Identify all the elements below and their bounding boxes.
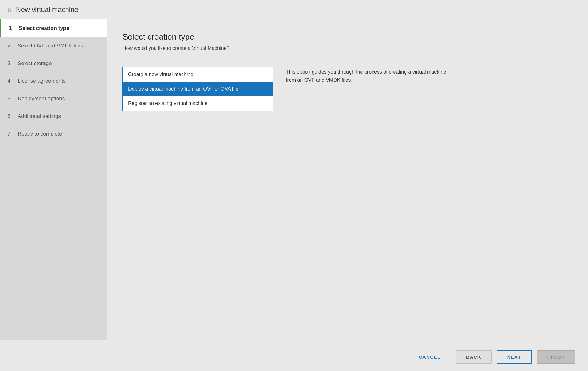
back-button[interactable]: BACK: [456, 350, 492, 364]
section-subtitle: How would you like to create a Virtual M…: [122, 46, 572, 51]
sidebar-item-number-4: 4: [8, 78, 14, 84]
sidebar: 1Select creation type2Select OVF and VMD…: [0, 19, 107, 340]
option-description: This option guides you through the proce…: [286, 67, 449, 84]
option-item-2[interactable]: Deploy a virtual machine from an OVF or …: [123, 82, 273, 96]
sidebar-item-number-5: 5: [8, 96, 14, 102]
sidebar-item-7[interactable]: 7Ready to complete: [0, 125, 107, 143]
options-list: Create a new virtual machineDeploy a vir…: [122, 67, 273, 111]
option-item-1[interactable]: Create a new virtual machine: [123, 67, 273, 82]
section-title: Select creation type: [122, 32, 572, 42]
sidebar-item-label-4: License agreements: [18, 78, 66, 84]
sidebar-item-number-2: 2: [8, 43, 14, 49]
sidebar-item-number-3: 3: [8, 60, 14, 67]
cancel-button[interactable]: CANCEL: [409, 351, 451, 363]
wizard-container: 1Select creation type2Select OVF and VMD…: [0, 19, 588, 340]
sidebar-item-label-3: Select storage: [18, 60, 52, 67]
window-icon: ⊞: [8, 6, 13, 14]
sidebar-item-label-2: Select OVF and VMDK files: [18, 43, 83, 49]
sidebar-item-number-6: 6: [8, 113, 14, 119]
sidebar-item-label-6: Additional settings: [18, 113, 61, 119]
sidebar-item-1[interactable]: 1Select creation type: [0, 19, 107, 37]
sidebar-item-label-7: Ready to complete: [18, 131, 62, 137]
sidebar-item-number-7: 7: [8, 131, 14, 137]
divider: [122, 58, 572, 58]
sidebar-item-4[interactable]: 4License agreements: [0, 72, 107, 90]
sidebar-item-5[interactable]: 5Deployment options: [0, 90, 107, 108]
sidebar-item-3[interactable]: 3Select storage: [0, 55, 107, 72]
footer: CANCEL BACK NEXT FINISH: [0, 343, 588, 371]
content-row: Create a new virtual machineDeploy a vir…: [122, 67, 572, 111]
sidebar-item-label-1: Select creation type: [19, 25, 69, 31]
window-title: New virtual machine: [16, 6, 78, 14]
sidebar-item-6[interactable]: 6Additional settings: [0, 108, 107, 125]
sidebar-item-label-5: Deployment options: [18, 96, 65, 102]
sidebar-item-2[interactable]: 2Select OVF and VMDK files: [0, 37, 107, 55]
option-item-3[interactable]: Register an existing virtual machine: [123, 96, 273, 111]
sidebar-item-number-1: 1: [9, 25, 15, 31]
title-bar: ⊞ New virtual machine: [0, 0, 588, 19]
finish-button: FINISH: [537, 350, 575, 364]
main-content: Select creation type How would you like …: [107, 19, 588, 340]
next-button[interactable]: NEXT: [497, 350, 532, 364]
